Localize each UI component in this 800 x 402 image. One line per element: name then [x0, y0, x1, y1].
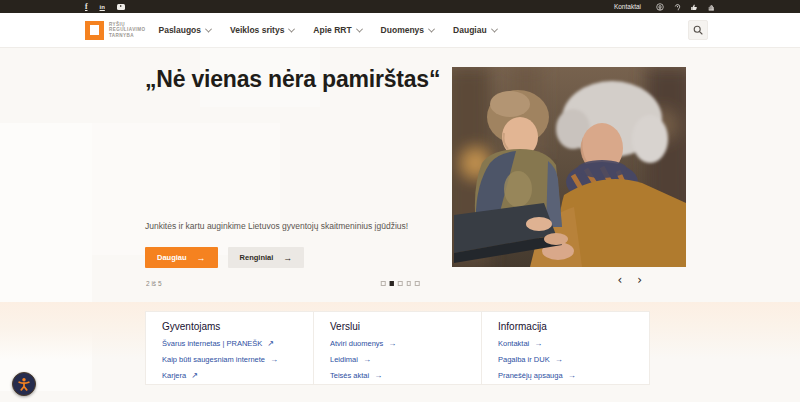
card-gyventojams: Gyventojams Švarus internetas | PRANEŠK …	[145, 311, 314, 385]
chevron-down-icon	[205, 25, 212, 32]
link-atviri-duomenys[interactable]: Atviri duomenys →	[330, 340, 473, 348]
link-praneseju-apsauga[interactable]: Pranešėjų apsauga →	[498, 372, 641, 380]
carousel-dot-4[interactable]	[406, 281, 411, 286]
external-link-icon: ↗	[191, 372, 198, 380]
link-karjera[interactable]: Karjera ↗	[162, 372, 305, 380]
prev-slide-button[interactable]: ‹	[617, 274, 622, 286]
arrow-right-icon: →	[374, 372, 382, 380]
background-pattern	[92, 123, 280, 255]
carousel-dot-1[interactable]	[381, 281, 386, 286]
arrow-right-icon: →	[534, 340, 542, 348]
link-kontaktai[interactable]: Kontaktai →	[498, 340, 641, 348]
hero-subtitle: Junkitės ir kartu auginkime Lietuvos gyv…	[145, 221, 435, 231]
rrt-logo-mark	[85, 21, 104, 40]
quick-links-cards: Gyventojams Švarus internetas | PRANEŠK …	[145, 311, 649, 385]
social-links: f in	[85, 3, 125, 11]
rrt-logo[interactable]: RYŠIŲ REGULIAVIMO TARNYBA	[85, 21, 145, 40]
arrow-right-icon: →	[270, 356, 278, 364]
hero-buttons: Daugiau → Renginiai →	[145, 247, 304, 268]
carousel-arrows: ‹ ›	[617, 274, 642, 286]
link-teises-aktai[interactable]: Teisės aktai →	[330, 372, 473, 380]
topbar-right: Kontaktai	[614, 3, 715, 11]
menu-item-veiklos-sritys[interactable]: Veiklos sritys	[230, 25, 294, 35]
facebook-icon[interactable]: f	[85, 3, 88, 11]
rrt-logo-text: RYŠIŲ REGULIAVIMO TARNYBA	[109, 22, 145, 38]
carousel-dot-5[interactable]	[415, 281, 420, 286]
chevron-down-icon	[428, 25, 435, 32]
arrow-right-icon: →	[388, 340, 396, 348]
link-svarus-internetas[interactable]: Švarus internetas | PRANEŠK ↗	[162, 340, 305, 348]
card-informacija: Informacija Kontaktai → Pagalba ir DUK →…	[481, 311, 650, 385]
main-navbar: RYŠIŲ REGULIAVIMO TARNYBA Paslaugos Veik…	[0, 13, 800, 47]
card-title: Verslui	[330, 321, 473, 333]
menu-item-paslaugos[interactable]: Paslaugos	[158, 25, 211, 35]
link-pagalba-duk[interactable]: Pagalba ir DUK →	[498, 356, 641, 364]
carousel-dots	[381, 281, 420, 286]
chevron-down-icon	[491, 25, 498, 32]
hero-title: „Nė vienas nėra pamirštas“	[145, 64, 440, 94]
contacts-link[interactable]: Kontaktai	[614, 3, 641, 10]
arrow-right-icon: →	[568, 372, 576, 380]
link-saugesniam-internete[interactable]: Kaip būti saugesniam internete →	[162, 356, 305, 364]
search-button[interactable]	[688, 20, 708, 40]
card-title: Gyventojams	[162, 321, 305, 333]
accessibility-widget-button[interactable]	[12, 372, 36, 396]
arrow-right-icon: →	[283, 253, 292, 263]
chevron-down-icon	[288, 25, 295, 32]
daugiau-button[interactable]: Daugiau →	[145, 247, 218, 268]
external-link-icon: ↗	[267, 340, 274, 348]
accessibility-person-icon	[17, 377, 31, 391]
main-menu: Paslaugos Veiklos sritys Apie RRT Duomen…	[158, 25, 496, 35]
slide-counter: 2 iš 5	[146, 280, 162, 287]
card-verslui: Verslui Atviri duomenys → Leidimai → Tei…	[313, 311, 482, 385]
renginiai-button[interactable]: Renginiai →	[228, 247, 305, 268]
carousel-dot-3[interactable]	[398, 281, 403, 286]
hero-image	[452, 67, 686, 267]
like-icon[interactable]	[690, 3, 698, 11]
search-icon	[693, 25, 703, 35]
menu-item-apie-rrt[interactable]: Apie RRT	[313, 25, 361, 35]
sign-language-icon[interactable]	[707, 3, 715, 11]
rrt-homepage: f in Kontaktai RYŠIŲ REGULIAV	[0, 0, 800, 402]
chevron-down-icon	[356, 25, 363, 32]
link-leidimai[interactable]: Leidimai →	[330, 356, 473, 364]
menu-item-daugiau[interactable]: Daugiau	[453, 25, 497, 35]
menu-item-duomenys[interactable]: Duomenys	[381, 25, 434, 35]
linkedin-icon[interactable]: in	[100, 4, 105, 10]
youtube-icon[interactable]	[117, 4, 125, 10]
utility-topbar: f in Kontaktai	[0, 0, 800, 13]
arrow-right-icon: →	[363, 356, 371, 364]
hearing-icon[interactable]	[673, 3, 681, 11]
card-title: Informacija	[498, 321, 641, 333]
carousel-dot-2-active[interactable]	[389, 281, 394, 286]
accessibility-icon[interactable]	[656, 3, 664, 11]
arrow-right-icon: →	[555, 356, 563, 364]
next-slide-button[interactable]: ›	[637, 274, 642, 286]
arrow-right-icon: →	[197, 253, 206, 263]
